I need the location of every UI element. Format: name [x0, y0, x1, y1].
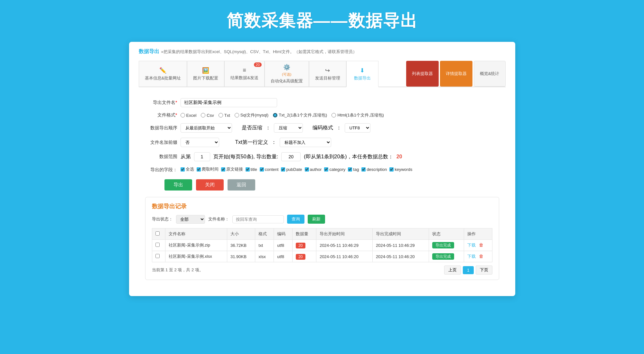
pagination: 上页 1 下页 [444, 266, 492, 275]
format-txt2[interactable]: Txt_2(1条1个文件,压缩包) [273, 112, 327, 118]
close-button[interactable]: 关闭 [196, 179, 224, 191]
range-text3: (即从第1条到20条)，本任务数据总数： [304, 154, 393, 160]
compress-label: 是否压缩 [242, 125, 262, 131]
encoding-select[interactable]: UTF8 GBK [345, 123, 370, 133]
row1-format: txt [255, 240, 274, 251]
tab-auto[interactable]: ⚙️ (可选) 自动化&高级配置 [265, 61, 309, 87]
filename-label: 导出文件名* [145, 100, 177, 106]
page1-btn[interactable]: 1 [463, 266, 473, 274]
prefix-label: 文件名加前缀 [145, 140, 177, 145]
row1-size: 36.72KB [227, 240, 255, 251]
field-category[interactable]: category [324, 167, 345, 172]
field-keywords[interactable]: keywords [389, 167, 412, 172]
filter-row: 导出状态： 全部 导出完成 导出失败 导出中 文件名称： 查询 刷新 [152, 215, 492, 224]
order-select[interactable]: 从最后抓取开始 从最先抓取开始 [181, 123, 232, 133]
row1-endtime: 2024-05-11 10:46:29 [372, 240, 429, 251]
breadcrumb: 数据导出 »把采集的结果数据导出到Excel、SQL(mysql)、CSV、Tx… [139, 48, 506, 55]
next-page-btn[interactable]: 下页 [476, 266, 492, 275]
fileformat-label: 文件格式* [145, 112, 177, 118]
field-pubdate[interactable]: pubDate [281, 167, 302, 172]
refresh-button[interactable]: 刷新 [308, 215, 325, 224]
select-all-checkbox[interactable] [155, 231, 160, 236]
range-start-input[interactable] [194, 152, 210, 161]
list-icon: ≡ [243, 67, 246, 74]
row1-delete-btn[interactable]: 🗑 [479, 242, 483, 247]
filename-input[interactable] [181, 98, 277, 107]
range-count-input[interactable] [281, 152, 301, 161]
range-label: 数据范围 [145, 154, 177, 160]
fields-row: 导出的字段： 全选 爬取时间 原文链接 title content pubDat… [145, 166, 499, 173]
col-endtime: 导出完成时间 [372, 228, 429, 240]
format-sql[interactable]: Sql文件(mysql) [235, 112, 268, 118]
field-originallink[interactable]: 原文链接 [221, 166, 243, 172]
breadcrumb-desc: »把采集的结果数据导出到Excel、SQL(mysql)、CSV、Txt、Htm… [161, 49, 357, 55]
field-author[interactable]: author [305, 167, 322, 172]
list-extractor-label: 列表提取器 [412, 71, 433, 77]
export-button[interactable]: 导出 [164, 179, 192, 191]
row2-filename: 社区新闻-采集示例.xlsx [165, 251, 227, 262]
row1-download-btn[interactable]: 下载 [467, 243, 476, 247]
encoding-label: 编码格式 [313, 125, 333, 131]
gear-icon: ⚙️ [283, 64, 290, 71]
field-description[interactable]: description [361, 167, 387, 172]
row1-filename: 社区新闻-采集示例.zip [165, 240, 227, 251]
tab-export[interactable]: ⬇ 数据导出 [346, 61, 378, 87]
tab-send[interactable]: ↪ 发送目标管理 [309, 61, 346, 87]
status-filter-select[interactable]: 全部 导出完成 导出失败 导出中 [176, 215, 205, 224]
field-content[interactable]: content [260, 167, 279, 172]
table-row: 社区新闻-采集示例.xlsx 31.90KB xlsx utf8 20 2024… [152, 251, 492, 262]
range-row: 数据范围 从第 页开始(每页50条), 导出数量: (即从第1条到20条)，本任… [145, 152, 499, 161]
row1-starttime: 2024-05-11 10:46:29 [316, 240, 373, 251]
format-html[interactable]: Html(1条1个文件,压缩包) [331, 112, 384, 118]
row2-encoding: utf8 [274, 251, 293, 262]
range-text2: 页开始(每页50条), 导出数量: [213, 154, 278, 160]
txt-first-label: Txt第一行定义 [235, 139, 268, 146]
field-crawltime[interactable]: 爬取时间 [197, 166, 219, 172]
back-button[interactable]: 返回 [228, 179, 255, 191]
row2-count: 20 [296, 254, 305, 260]
export-records-section: 数据导出记录 导出状态： 全部 导出完成 导出失败 导出中 文件名称： 查询 刷… [145, 197, 499, 280]
field-all[interactable]: 全选 [181, 166, 194, 172]
row2-checkbox[interactable] [155, 254, 160, 258]
main-panel: 数据导出 »把采集的结果数据导出到Excel、SQL(mysql)、CSV、Tx… [129, 42, 515, 296]
field-title[interactable]: title [246, 167, 257, 172]
detail-extractor-btn[interactable]: 详情提取器 [440, 61, 472, 87]
format-csv[interactable]: Csv [201, 113, 214, 118]
col-encoding: 编码 [274, 228, 293, 240]
query-button[interactable]: 查询 [287, 215, 304, 224]
export-icon: ⬇ [360, 67, 365, 74]
prefix-select[interactable]: 否 是 [181, 138, 219, 147]
row1-status: 导出完成 [432, 242, 454, 248]
page-main-title: 简数采集器——数据导出 [227, 10, 418, 32]
row1-checkbox[interactable] [155, 243, 160, 247]
records-table: 文件名称 大小 格式 编码 数据量 导出开始时间 导出完成时间 状态 操作 社 [152, 228, 492, 262]
fileformat-row: 文件格式* Excel Csv Txt Sql文件(mysql) Txt_2(1… [145, 112, 499, 118]
format-txt[interactable]: Txt [219, 113, 230, 118]
col-checkbox [152, 228, 165, 240]
tab-image[interactable]: 🖼️ 图片下载配置 [187, 61, 224, 87]
overview-label: 概览&统计 [480, 71, 499, 77]
tab-basic[interactable]: ✏️ 基本信息&批量网址 [139, 61, 187, 87]
row2-delete-btn[interactable]: 🗑 [479, 254, 483, 259]
format-radio-group: Excel Csv Txt Sql文件(mysql) Txt_2(1条1个文件,… [181, 112, 384, 118]
filename-filter-input[interactable] [232, 215, 284, 223]
row1-encoding: utf8 [274, 240, 293, 251]
col-filename: 文件名称 [165, 228, 227, 240]
row2-starttime: 2024-05-11 10:46:20 [316, 251, 373, 262]
format-excel[interactable]: Excel [181, 113, 197, 118]
col-starttime: 导出开始时间 [316, 228, 373, 240]
row2-endtime: 2024-05-11 10:46:20 [372, 251, 429, 262]
field-tag[interactable]: tag [348, 167, 359, 172]
overview-btn[interactable]: 概览&统计 [474, 61, 506, 87]
txt-first-select[interactable]: 标题不加入 标题加入 [280, 138, 331, 147]
range-text1: 从第 [181, 154, 191, 160]
tab-result[interactable]: ≡ 结果数据&发送 20 [224, 61, 265, 87]
list-extractor-btn[interactable]: 列表提取器 [406, 61, 439, 87]
compress-select[interactable]: 压缩 不压缩 [274, 123, 303, 133]
tab-auto-label: 自动化&高级配置 [271, 78, 303, 84]
edit-icon: ✏️ [159, 67, 166, 74]
breadcrumb-title: 数据导出 [139, 48, 159, 55]
tab-result-label: 结果数据&发送 [230, 75, 258, 81]
row2-download-btn[interactable]: 下载 [467, 254, 476, 259]
prev-page-btn[interactable]: 上页 [444, 266, 461, 275]
